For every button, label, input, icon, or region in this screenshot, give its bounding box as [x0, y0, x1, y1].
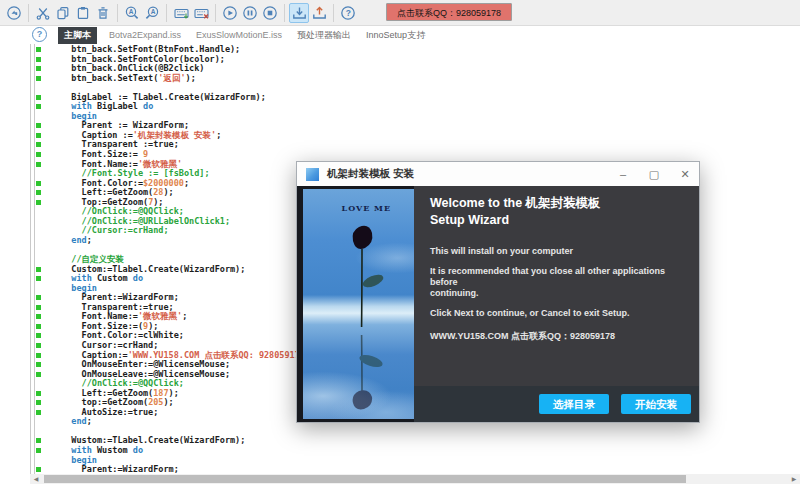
code-line: btn_back.SetText('返回');: [30, 74, 800, 84]
gutter: [30, 207, 56, 217]
breakpoint-marker: [30, 322, 56, 332]
minimize-icon[interactable]: –: [617, 168, 629, 180]
tab-4[interactable]: InnoSetup支持: [363, 27, 428, 44]
gutter: [30, 245, 56, 255]
stop-icon[interactable]: [260, 3, 280, 23]
breakpoint-marker: [30, 55, 56, 65]
breakpoint-marker: [30, 131, 56, 141]
script-help-icon[interactable]: ?: [32, 27, 47, 42]
installer-window: 机架封装模板 安装 – ▢ ✕ LOVE ME: [296, 161, 700, 423]
pause-icon[interactable]: [240, 3, 260, 23]
code-line: Wustom:=TLabel.Create(WizardForm);: [30, 436, 800, 446]
breakpoint-marker: [30, 188, 56, 198]
breakpoint-marker: [30, 102, 56, 112]
breakpoint-marker: [30, 140, 56, 150]
breakpoint-marker: [30, 398, 56, 408]
gutter: [30, 217, 56, 227]
export-script-icon[interactable]: [309, 3, 329, 23]
code-line: with Wustom do: [30, 446, 800, 456]
keyboard-clear-icon[interactable]: [191, 3, 211, 23]
toolbar-separator: [166, 4, 167, 22]
breakpoint-marker: [30, 265, 56, 275]
cut-icon[interactable]: [33, 3, 53, 23]
zoom-in-icon[interactable]: A: [122, 3, 142, 23]
breakpoint-marker: [30, 45, 56, 55]
breakpoint-marker: [30, 408, 56, 418]
gutter: [30, 226, 56, 236]
svg-text:A: A: [151, 8, 156, 15]
gutter: [30, 456, 56, 466]
delete-icon[interactable]: [93, 3, 113, 23]
breakpoint-marker: [30, 179, 56, 189]
tab-3[interactable]: 预处理器输出: [294, 27, 354, 44]
run-icon[interactable]: [220, 3, 240, 23]
installer-title: 机架封装模板 安装: [327, 167, 414, 181]
zoom-out-icon[interactable]: A: [142, 3, 162, 23]
welcome-line-1: This will install on your computer: [430, 246, 685, 257]
gutter: [30, 169, 56, 179]
toolbar-separator: [215, 4, 216, 22]
toolbar-separator: [117, 4, 118, 22]
keyboard-import-icon[interactable]: [171, 3, 191, 23]
wizard-footer: 选择目录开始安装: [414, 386, 699, 422]
welcome-line-3: Click Next to continue, or Cancel to exi…: [430, 308, 685, 319]
welcome-line-2b: continuing.: [430, 288, 685, 299]
welcome-contact-line: WWW.YU158.COM 点击联系QQ：928059178: [430, 331, 685, 342]
code-line: with BigLabel do: [30, 102, 800, 112]
breakpoint-marker: [30, 274, 56, 284]
breakpoint-marker: [30, 446, 56, 456]
breakpoint-marker: [30, 93, 56, 103]
choose-directory-button[interactable]: 选择目录: [539, 394, 609, 414]
rose-illustration: [303, 189, 414, 419]
copy-icon[interactable]: [53, 3, 73, 23]
installer-app-icon: [306, 168, 319, 181]
breakpoint-marker: [30, 293, 56, 303]
publish-icon[interactable]: [4, 3, 24, 23]
breakpoint-marker: [30, 312, 56, 322]
gutter: [30, 112, 56, 122]
horizontal-scrollbar[interactable]: ◀ ▶: [30, 474, 800, 484]
scroll-right-arrow-icon[interactable]: ▶: [788, 474, 800, 484]
maximize-icon[interactable]: ▢: [648, 168, 660, 181]
help-icon[interactable]: ?: [338, 3, 358, 23]
gutter: [30, 83, 56, 93]
scroll-left-arrow-icon[interactable]: ◀: [30, 474, 42, 484]
installer-body: LOVE ME Welcome to the 机架封装模板 Setup Wiza…: [297, 186, 699, 422]
breakpoint-marker: [30, 198, 56, 208]
breakpoint-marker: [30, 389, 56, 399]
breakpoint-marker: [30, 303, 56, 313]
breakpoint-marker: [30, 121, 56, 131]
close-icon[interactable]: ✕: [679, 168, 691, 181]
svg-text:?: ?: [346, 8, 351, 18]
breakpoint-marker: [30, 64, 56, 74]
toolbar-separator: [28, 4, 29, 22]
breakpoint-marker: [30, 370, 56, 380]
wizard-welcome-panel: Welcome to the 机架封装模板 Setup Wizard This …: [414, 186, 699, 422]
import-script-icon[interactable]: [289, 3, 309, 23]
breakpoint-marker: [30, 150, 56, 160]
gutter: [30, 379, 56, 389]
breakpoint-marker: [30, 341, 56, 351]
welcome-line-2: It is recommended that you close all oth…: [430, 266, 685, 288]
breakpoint-marker: [30, 436, 56, 446]
tab-2[interactable]: ExusSlowMotionE.iss: [193, 28, 285, 42]
gutter: [30, 255, 56, 265]
breakpoint-marker: [30, 331, 56, 341]
toolbar-separator: [284, 4, 285, 22]
tab-1[interactable]: Botva2Expand.iss: [106, 28, 184, 42]
scrollbar-thumb[interactable]: [44, 475, 686, 483]
gutter: [30, 284, 56, 294]
toolbar: A A ? 点击联系QQ：9280591: [0, 0, 800, 26]
installer-title-bar[interactable]: 机架封装模板 安装 – ▢ ✕: [297, 162, 699, 186]
breakpoint-marker: [30, 351, 56, 361]
gutter: [30, 417, 56, 427]
tab-0[interactable]: 主脚本: [58, 27, 97, 44]
app-window: A A ? 点击联系QQ：9280591: [0, 0, 800, 484]
breakpoint-marker: [30, 465, 56, 474]
paste-icon[interactable]: [73, 3, 93, 23]
gutter: [30, 427, 56, 437]
start-install-button[interactable]: 开始安装: [621, 394, 691, 414]
breakpoint-marker: [30, 74, 56, 84]
contact-qq-button[interactable]: 点击联系QQ：928059178: [386, 3, 512, 21]
gutter: [30, 236, 56, 246]
